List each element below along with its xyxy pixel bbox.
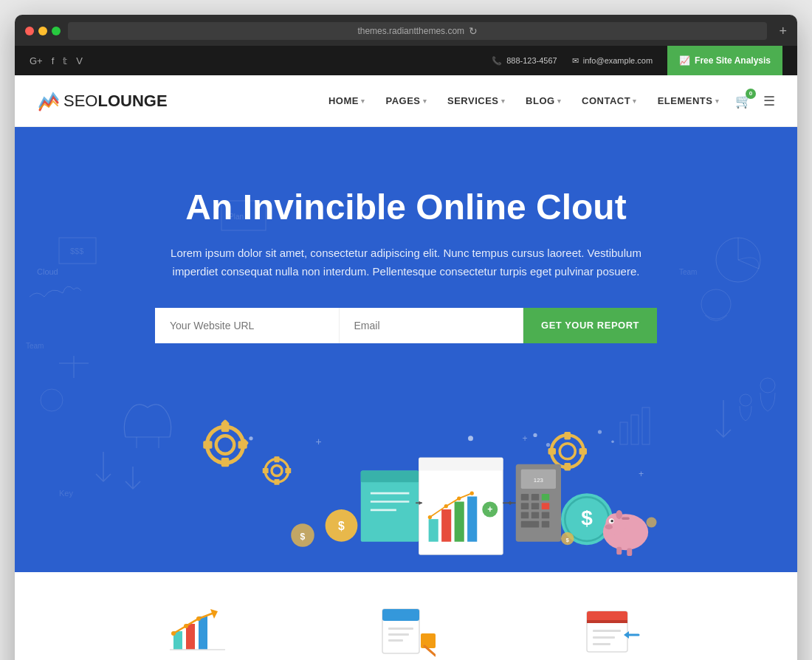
page-icon-box: [376, 602, 436, 660]
svg-text:$: $: [338, 520, 345, 532]
email-input[interactable]: [340, 308, 524, 343]
feature-report: [539, 602, 687, 660]
svg-rect-36: [564, 432, 571, 440]
page-analysis-icon: [376, 605, 436, 657]
report-icon: [583, 605, 642, 657]
hero-section: Cloud Team Plan $$$ Team: [15, 127, 797, 572]
svg-rect-39: [579, 447, 588, 454]
phone-number: 888-123-4567: [506, 56, 557, 65]
svg-text:$: $: [300, 532, 306, 542]
svg-point-34: [551, 435, 584, 467]
cart-badge: 0: [746, 89, 756, 99]
browser-window: themes.radiantthemes.com ↻ + G+ f 𝕥 V 📞 …: [15, 15, 797, 660]
svg-point-64: [605, 513, 626, 534]
bar-4: [467, 496, 477, 541]
doc-header: [419, 458, 503, 471]
main-nav: SEOLOUNGE HOME ▾ PAGES ▾ SERVICES ▾ BLOG…: [15, 75, 797, 127]
address-bar[interactable]: themes.radiantthemes.com ↻: [68, 22, 767, 40]
get-report-button[interactable]: GET YOUR REPORT: [523, 308, 657, 343]
google-plus-icon[interactable]: G+: [30, 55, 43, 66]
svg-point-80: [611, 440, 614, 443]
svg-point-21: [216, 436, 235, 454]
teal-box-top: [361, 470, 419, 482]
svg-rect-55: [531, 503, 540, 509]
nav-pages[interactable]: PAGES ▾: [376, 89, 436, 112]
nav-services[interactable]: SERVICES ▾: [438, 89, 514, 112]
reload-icon[interactable]: ↻: [469, 25, 478, 37]
report-icon-box: [583, 602, 642, 660]
svg-point-48: [470, 491, 474, 495]
svg-point-88: [184, 624, 188, 628]
new-tab-icon[interactable]: +: [779, 24, 787, 39]
svg-point-74: [647, 517, 657, 527]
top-bar-right: 📞 888-123-4567 ✉ info@example.com 📈 Free…: [492, 46, 782, 75]
nav-home[interactable]: HOME ▾: [320, 89, 374, 112]
svg-rect-7: [59, 238, 96, 264]
svg-rect-69: [627, 548, 632, 556]
home-chevron-icon: ▾: [361, 97, 365, 105]
pages-chevron-icon: ▾: [423, 97, 427, 105]
free-analysis-button[interactable]: 📈 Free Site Analysis: [667, 46, 782, 75]
website-url-input[interactable]: [155, 308, 340, 343]
nav-menu: HOME ▾ PAGES ▾ SERVICES ▾ BLOG ▾ CONTACT…: [320, 89, 728, 112]
vimeo-icon[interactable]: V: [76, 55, 83, 66]
hero-title: An Invincible Online Clout: [155, 186, 657, 229]
svg-text:+: +: [316, 435, 322, 447]
nav-blog[interactable]: BLOG ▾: [517, 89, 570, 112]
svg-text:$: $: [581, 506, 593, 529]
hero-subtitle: Lorem ipsum dolor sit amet, consectetur …: [155, 244, 657, 281]
svg-rect-51: [521, 494, 529, 501]
svg-point-28: [265, 458, 289, 482]
blog-chevron-icon: ▾: [557, 97, 562, 105]
svg-rect-95: [388, 633, 409, 636]
svg-rect-59: [542, 512, 550, 518]
hero-svg-illustration: $ $: [148, 395, 664, 572]
url-text: themes.radiantthemes.com: [357, 26, 464, 36]
svg-rect-101: [593, 630, 621, 632]
contact-chevron-icon: ▾: [633, 97, 637, 105]
email-contact: ✉ info@example.com: [572, 56, 653, 66]
phone-icon: 📞: [492, 56, 502, 66]
nav-elements[interactable]: ELEMENTS ▾: [649, 89, 728, 112]
email-icon: ✉: [572, 56, 579, 66]
svg-point-79: [598, 430, 602, 433]
chart-up-icon: 📈: [679, 55, 690, 66]
hero-illustration: $ $: [15, 388, 797, 572]
analytics-icon: [170, 605, 229, 657]
svg-rect-68: [616, 546, 622, 554]
browser-chrome: themes.radiantthemes.com ↻ +: [15, 15, 797, 46]
svg-rect-32: [263, 468, 269, 473]
svg-rect-24: [203, 441, 212, 449]
svg-text:Cloud: Cloud: [37, 267, 58, 276]
cart-icon[interactable]: 🛒 0: [735, 93, 751, 109]
svg-rect-38: [548, 447, 557, 454]
svg-rect-93: [382, 609, 419, 621]
maximize-dot[interactable]: [52, 27, 61, 35]
facebook-icon[interactable]: f: [52, 55, 55, 66]
analytics-icon-box: [170, 602, 229, 660]
feature-analytics: [125, 602, 273, 660]
bar-2: [441, 509, 451, 542]
twitter-icon[interactable]: 𝕥: [63, 55, 67, 66]
svg-rect-37: [564, 463, 571, 471]
svg-point-78: [249, 436, 252, 440]
svg-text:+: +: [639, 469, 644, 479]
gear-small-1: [263, 456, 292, 485]
svg-rect-70: [622, 517, 630, 520]
svg-point-47: [457, 496, 461, 500]
svg-text:Team: Team: [26, 342, 44, 350]
browser-dots: [25, 27, 61, 35]
logo[interactable]: SEOLOUNGE: [37, 89, 168, 113]
svg-rect-33: [285, 468, 291, 473]
phone-contact: 📞 888-123-4567: [492, 56, 557, 66]
svg-text:123: 123: [534, 477, 544, 484]
svg-point-87: [171, 631, 176, 636]
nav-contact[interactable]: CONTACT ▾: [573, 89, 646, 112]
minimize-dot[interactable]: [38, 27, 47, 35]
close-dot[interactable]: [25, 27, 34, 35]
svg-point-71: [616, 509, 622, 518]
hamburger-icon[interactable]: ☰: [763, 93, 775, 109]
svg-rect-52: [531, 494, 540, 501]
elements-chevron-icon: ▾: [715, 97, 720, 105]
svg-rect-54: [521, 503, 529, 509]
